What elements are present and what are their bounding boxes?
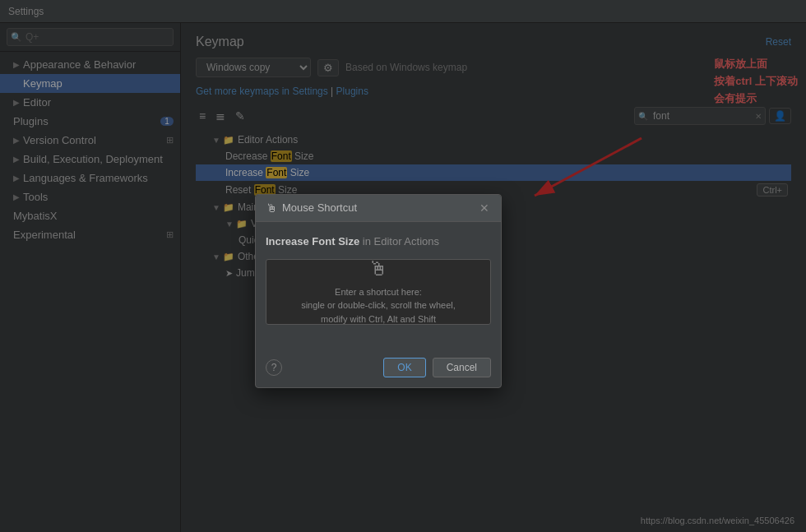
modal-title-text: Mouse Shortcut — [282, 201, 357, 214]
modal-action-name: Increase Font Size — [266, 235, 359, 247]
modal-title-left: 🖱 Mouse Shortcut — [266, 201, 357, 215]
modal-shortcut-input-area[interactable]: 🖱 Enter a shortcut here: single or doubl… — [266, 259, 491, 325]
modal-titlebar: 🖱 Mouse Shortcut ✕ — [256, 195, 501, 222]
modal-ok-button[interactable]: OK — [383, 358, 425, 377]
modal-hint-text: Enter a shortcut here: single or double-… — [301, 285, 456, 326]
modal-cancel-button[interactable]: Cancel — [433, 358, 491, 377]
modal-footer: ? OK Cancel — [256, 351, 501, 387]
hint-line-2: single or double-click, scroll the wheel… — [301, 298, 456, 312]
modal-mouse-icon: 🖱 — [266, 201, 277, 215]
hint-line-3: modify with Ctrl, Alt and Shift — [301, 312, 456, 326]
modal-close-button[interactable]: ✕ — [478, 201, 491, 215]
mouse-cursor-icon: 🖱 — [368, 257, 388, 280]
modal-overlay: 🖱 Mouse Shortcut ✕ Increase Font Size in… — [0, 0, 806, 532]
modal-action-title: Increase Font Size in Editor Actions — [266, 235, 491, 247]
mouse-shortcut-dialog: 🖱 Mouse Shortcut ✕ Increase Font Size in… — [255, 194, 502, 388]
modal-help-button[interactable]: ? — [266, 359, 282, 376]
hint-line-1: Enter a shortcut here: — [301, 285, 456, 299]
modal-body: Increase Font Size in Editor Actions 🖱 E… — [256, 222, 501, 351]
modal-action-context: in Editor Actions — [363, 235, 439, 247]
